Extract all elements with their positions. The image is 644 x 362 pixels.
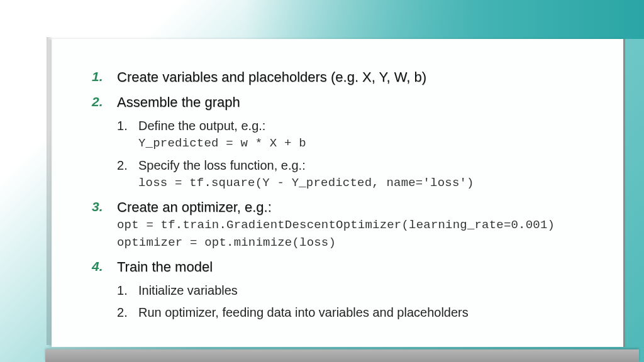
sub-list-item: Define the output, e.g.: Y_predicted = w… <box>117 118 598 152</box>
item-title: Assemble the graph <box>117 94 240 110</box>
code-line: loss = tf.square(Y - Y_predicted, name='… <box>138 175 598 192</box>
list-item: Assemble the graph Define the output, e.… <box>89 93 598 192</box>
list-item: Train the model Initialize variables Run… <box>89 258 598 322</box>
decorative-bottom-bar <box>45 349 639 362</box>
slide-card: Create variables and placeholders (e.g. … <box>52 39 625 347</box>
list-item: Create an optimizer, e.g.: opt = tf.trai… <box>89 198 598 251</box>
sub-list: Define the output, e.g.: Y_predicted = w… <box>117 118 598 191</box>
item-title: Create variables and placeholders (e.g. … <box>117 69 426 85</box>
code-line: optimizer = opt.minimize(loss) <box>117 235 598 251</box>
main-list: Create variables and placeholders (e.g. … <box>89 68 598 321</box>
item-title: Create an optimizer, e.g.: <box>117 199 272 215</box>
item-title: Train the model <box>117 259 213 275</box>
slide-content: Create variables and placeholders (e.g. … <box>52 39 623 340</box>
slide-background: Create variables and placeholders (e.g. … <box>0 0 644 362</box>
decorative-top-strip <box>245 0 644 39</box>
sub-list-item: Run optimizer, feeding data into variabl… <box>117 304 598 321</box>
code-line: opt = tf.train.GradientDescentOptimizer(… <box>117 217 598 234</box>
sub-list-item: Specify the loss function, e.g.: loss = … <box>117 157 598 192</box>
sub-list-item: Initialize variables <box>117 282 598 299</box>
sub-item-text: Define the output, e.g.: <box>138 119 265 133</box>
sub-item-text: Run optimizer, feeding data into variabl… <box>138 305 469 319</box>
sub-list: Initialize variables Run optimizer, feed… <box>117 282 598 321</box>
sub-item-text: Specify the loss function, e.g.: <box>138 158 306 172</box>
sub-item-text: Initialize variables <box>138 283 238 297</box>
code-line: Y_predicted = w * X + b <box>138 136 598 152</box>
list-item: Create variables and placeholders (e.g. … <box>89 68 598 87</box>
